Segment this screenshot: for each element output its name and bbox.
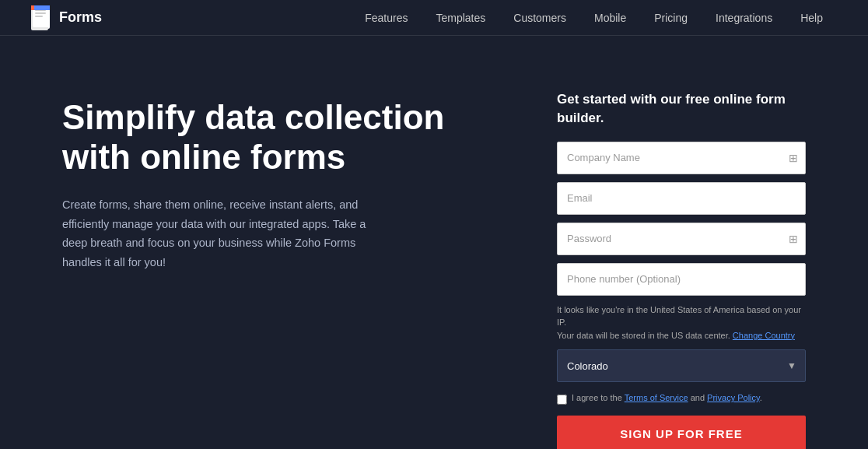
- terms-and: and: [691, 393, 705, 402]
- phone-group: [557, 263, 806, 296]
- nav-templates[interactable]: Templates: [422, 0, 499, 36]
- geo-notice-line1: It looks like you're in the United State…: [557, 305, 801, 328]
- hero-section: Simplify data collection with online for…: [62, 82, 510, 449]
- signup-form-panel: Get started with our free online form bu…: [557, 82, 806, 449]
- email-group: [557, 182, 806, 215]
- company-icon: ⊞: [789, 152, 798, 164]
- terms-checkbox[interactable]: [557, 395, 567, 405]
- state-select-wrapper: Colorado California New York Texas Flori…: [557, 349, 806, 382]
- hero-description: Create forms, share them online, receive…: [62, 195, 389, 272]
- nav-integrations[interactable]: Integrations: [702, 0, 786, 36]
- terms-row: I agree to the Terms of Service and Priv…: [557, 393, 806, 405]
- email-input[interactable]: [557, 182, 806, 215]
- svg-rect-8: [31, 5, 34, 10]
- phone-input[interactable]: [557, 263, 806, 296]
- geo-notice: It looks like you're in the United State…: [557, 303, 806, 342]
- form-heading: Get started with our free online form bu…: [557, 90, 806, 128]
- password-icon: ⊞: [789, 233, 798, 245]
- header: Forms Features Templates Customers Mobil…: [0, 0, 868, 36]
- logo-text: Forms: [59, 9, 102, 26]
- main-content: Simplify data collection with online for…: [0, 36, 868, 449]
- change-country-link[interactable]: Change Country: [733, 331, 795, 340]
- signup-button[interactable]: SIGN UP FOR FREE: [557, 416, 806, 449]
- hero-title: Simplify data collection with online for…: [62, 98, 510, 177]
- state-select[interactable]: Colorado California New York Texas Flori…: [557, 349, 806, 382]
- privacy-policy-link[interactable]: Privacy Policy: [707, 393, 760, 402]
- nav-customers[interactable]: Customers: [499, 0, 580, 36]
- nav-mobile[interactable]: Mobile: [580, 0, 640, 36]
- svg-rect-5: [35, 16, 43, 17]
- svg-rect-4: [35, 12, 46, 14]
- password-group: ⊞: [557, 223, 806, 255]
- password-input[interactable]: [557, 223, 806, 255]
- terms-of-service-link[interactable]: Terms of Service: [625, 393, 688, 402]
- terms-prefix: I agree to the: [572, 393, 622, 402]
- svg-rect-7: [33, 5, 50, 10]
- main-nav: Features Templates Customers Mobile Pric…: [351, 0, 837, 36]
- geo-notice-line2: Your data will be stored in the US data …: [557, 331, 730, 340]
- company-name-group: ⊞: [557, 142, 806, 174]
- nav-help[interactable]: Help: [786, 0, 837, 36]
- nav-pricing[interactable]: Pricing: [640, 0, 702, 36]
- company-name-input[interactable]: [557, 142, 806, 174]
- logo-area: Forms: [31, 5, 102, 30]
- logo-icon: [31, 5, 53, 30]
- nav-features[interactable]: Features: [351, 0, 422, 36]
